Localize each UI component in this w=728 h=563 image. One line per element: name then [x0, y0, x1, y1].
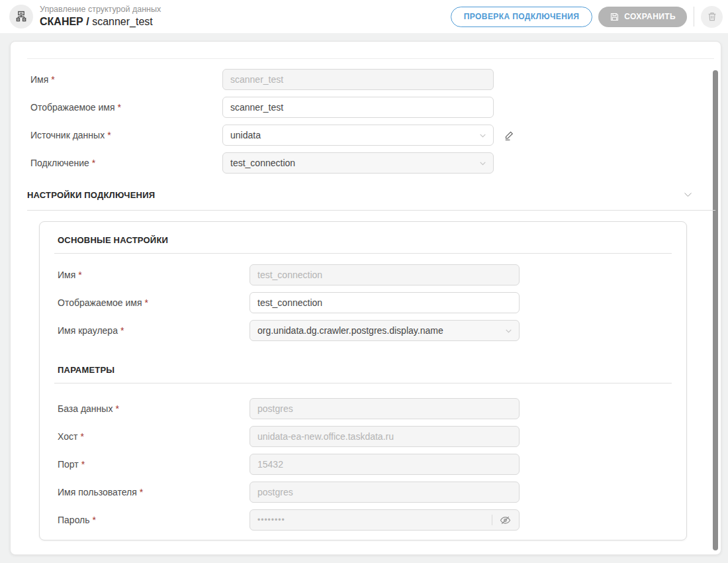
vertical-scrollbar[interactable]	[713, 70, 718, 550]
form-row-username: Имя пользователя*	[58, 482, 672, 503]
form-row-name: Имя*	[30, 69, 516, 90]
form-row-host: Хост*	[58, 426, 672, 447]
host-field	[250, 426, 520, 447]
page-title-entity: СКАНЕР /	[40, 16, 89, 27]
eye-slash-icon	[500, 515, 511, 526]
password-field-divider	[492, 515, 492, 525]
header-actions: ПРОВЕРКА ПОДКЛЮЧЕНИЯ СОХРАНИТЬ	[451, 6, 723, 28]
crawler-name-label: Имя краулера*	[58, 325, 250, 336]
check-connection-button[interactable]: ПРОВЕРКА ПОДКЛЮЧЕНИЯ	[451, 7, 592, 27]
crawler-name-select[interactable]: org.unidata.dg.crawler.postgres.display.…	[250, 320, 520, 341]
form-row-conn-display-name: Отображаемое имя*	[58, 292, 672, 313]
page-title: СКАНЕР / scanner_test	[40, 15, 161, 28]
top-bar: Управление структурой данных СКАНЕР / sc…	[0, 0, 728, 33]
connection-settings-section-header: НАСТРОЙКИ ПОДКЛЮЧЕНИЯ	[27, 189, 715, 211]
conn-name-label: Имя*	[58, 270, 250, 280]
form-row-crawler-name: Имя краулера* org.unidata.dg.crawler.pos…	[58, 320, 672, 341]
form-row-password: Пароль* ••••••••	[58, 509, 672, 531]
form-row-datasource: Источник данных* unidata	[30, 125, 516, 146]
connection-value: test_connection	[230, 158, 473, 168]
page-title-name: scanner_test	[92, 16, 153, 27]
conn-display-name-label: Отображаемое имя*	[58, 297, 250, 308]
display-name-field[interactable]	[222, 97, 494, 118]
data-structure-icon	[9, 5, 33, 28]
trash-icon	[707, 11, 717, 22]
form-row-database: База данных*	[58, 398, 672, 419]
form-row-conn-name: Имя*	[58, 264, 672, 285]
form-row-connection: Подключение* test_connection	[30, 152, 516, 174]
breadcrumb: Управление структурой данных	[40, 5, 161, 15]
datasource-select[interactable]: unidata	[222, 125, 494, 146]
password-masked-value: ••••••••	[257, 515, 488, 525]
page-heading: Управление структурой данных СКАНЕР / sc…	[40, 5, 161, 28]
parameters-title: ПАРАМЕТРЫ	[54, 365, 672, 384]
datasource-label: Источник данных*	[30, 130, 222, 140]
chevron-down-icon	[478, 159, 487, 170]
parameters-rows: База данных* Хост* Порт* Имя пользовател…	[54, 398, 672, 531]
toggle-password-visibility-button[interactable]	[498, 513, 512, 527]
scanner-form: Имя* Отображаемое имя* Источник данных* …	[30, 69, 516, 180]
chevron-down-icon	[478, 131, 487, 142]
datasource-value: unidata	[230, 130, 473, 140]
save-button-label: СОХРАНИТЬ	[624, 12, 676, 21]
port-label: Порт*	[58, 459, 250, 470]
host-label: Хост*	[58, 431, 250, 442]
display-name-label: Отображаемое имя*	[30, 102, 222, 113]
database-label: База данных*	[58, 403, 250, 414]
basic-settings-rows: Имя* Отображаемое имя* Имя краулера* org…	[54, 264, 672, 341]
database-field	[250, 398, 520, 419]
name-field	[222, 69, 494, 90]
chevron-down-icon	[504, 327, 513, 337]
conn-name-field	[250, 264, 520, 285]
floppy-icon	[610, 12, 619, 22]
basic-settings-title: ОСНОВНЫЕ НАСТРОЙКИ	[54, 235, 672, 254]
scanner-settings-page: { "misc": { "required_mark": "*" }, "col…	[0, 0, 728, 563]
username-label: Имя пользователя*	[58, 487, 250, 497]
collapse-chevron-icon[interactable]	[682, 189, 694, 203]
scanner-card: Имя* Отображаемое имя* Источник данных* …	[10, 41, 721, 555]
form-row-port: Порт*	[58, 454, 672, 475]
pencil-underline-icon	[503, 129, 515, 142]
actions-divider	[694, 7, 694, 26]
port-field	[250, 454, 520, 475]
connection-select[interactable]: test_connection	[222, 152, 494, 174]
form-row-display-name: Отображаемое имя*	[30, 97, 516, 118]
crawler-name-value: org.unidata.dg.crawler.postgres.display.…	[257, 325, 499, 336]
save-button[interactable]: СОХРАНИТЬ	[598, 7, 687, 27]
username-field	[250, 482, 520, 503]
conn-display-name-field[interactable]	[250, 292, 520, 313]
connection-settings-card: ОСНОВНЫЕ НАСТРОЙКИ Имя* Отображаемое имя…	[39, 221, 687, 540]
delete-button[interactable]	[701, 6, 723, 28]
connection-label: Подключение*	[30, 158, 222, 168]
password-field: ••••••••	[250, 509, 520, 531]
name-label: Имя*	[30, 74, 222, 85]
card-top-divider	[27, 58, 714, 59]
password-label: Пароль*	[58, 515, 250, 525]
connection-settings-title: НАСТРОЙКИ ПОДКЛЮЧЕНИЯ	[27, 190, 155, 200]
edit-datasource-button[interactable]	[502, 127, 516, 143]
